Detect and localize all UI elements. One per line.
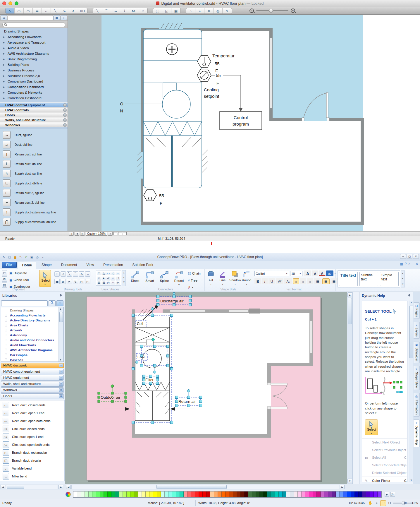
zoom-area-icon[interactable]: ⌕: [374, 500, 380, 506]
expand-icon[interactable]: +: [5, 329, 7, 331]
library-tab[interactable]: Doors✕: [0, 112, 68, 117]
drawing-tool-button[interactable]: ∿: [79, 271, 84, 277]
color-swatch[interactable]: [351, 491, 355, 497]
library-tab[interactable]: HVAC control equipment✕: [1, 369, 64, 374]
library-list-item[interactable]: ▶Aerospace and Transport: [0, 40, 68, 45]
color-swatch[interactable]: [279, 491, 283, 497]
color-swatch[interactable]: [149, 491, 153, 497]
fit-page-icon[interactable]: ⛶: [380, 500, 386, 506]
close-icon[interactable]: ✕: [59, 382, 63, 386]
color-swatch[interactable]: [302, 491, 305, 497]
color-swatch[interactable]: [309, 491, 313, 497]
color-swatch[interactable]: [210, 491, 214, 497]
color-swatch[interactable]: [180, 491, 184, 497]
ribbon-tab[interactable]: Document: [57, 262, 81, 269]
shape-list-item[interactable]: ▭ Rect. duct, closed ends: [0, 401, 64, 409]
shape-list-item[interactable]: | Return duct, sgl line: [0, 149, 68, 159]
next-page-icon[interactable]: ▶: [80, 232, 85, 236]
pin-icon[interactable]: [408, 294, 411, 298]
color-swatch[interactable]: [142, 491, 146, 497]
color-swatch[interactable]: [248, 491, 252, 497]
tool-button[interactable]: ⋔: [69, 8, 78, 14]
tool-button[interactable]: ≣: [33, 8, 42, 14]
color-swatch[interactable]: [195, 491, 199, 497]
color-swatch[interactable]: [100, 491, 104, 497]
align-middle-center-button[interactable]: ☰: [322, 278, 330, 284]
select-button[interactable]: Select▼: [365, 419, 378, 435]
tree-scrollbar[interactable]: ▲ ▼: [58, 307, 63, 362]
scroll-down-icon[interactable]: ▼: [347, 479, 352, 483]
clipboard-mini-button[interactable]: ✂: [2, 270, 7, 275]
tool-button[interactable]: ▭: [15, 8, 24, 14]
restore-button[interactable]: ▢: [407, 254, 412, 259]
color-swatch[interactable]: [85, 491, 89, 497]
line-tool-button[interactable]: ╲: [93, 8, 102, 14]
zoom-slider-thumb[interactable]: [269, 9, 273, 13]
scroll-up-icon[interactable]: ▲: [347, 292, 352, 297]
library-list-item[interactable]: ▶Building Plans: [0, 62, 68, 68]
shape-list-item[interactable]: ‖ Return duct, dbl line: [0, 159, 68, 169]
color-swatch[interactable]: [256, 491, 260, 497]
tree-item[interactable]: +Audit Flowcharts: [1, 343, 63, 348]
side-panel-tab[interactable]: ❏Pages: [414, 302, 420, 319]
expand-icon[interactable]: +: [5, 349, 7, 351]
close-icon[interactable]: ✕: [63, 123, 67, 127]
mac-canvas[interactable]: Temperatur 55 F 55 F Cooling setpoint Co…: [68, 15, 420, 231]
zoom-in-icon[interactable]: +: [291, 8, 295, 13]
color-swatch[interactable]: [176, 491, 180, 497]
view-tool-button[interactable]: ⌕: [195, 8, 204, 14]
color-swatch[interactable]: [241, 491, 245, 497]
palette-icon[interactable]: [66, 492, 71, 497]
disclosure-icon[interactable]: ▶: [3, 40, 5, 45]
close-document-icon[interactable]: ✕: [416, 262, 418, 266]
expand-icon[interactable]: +: [5, 314, 7, 316]
align-top-left-button[interactable]: ≡: [293, 278, 299, 284]
line-tool-button[interactable]: ⌇: [120, 8, 129, 14]
color-swatch[interactable]: [108, 491, 111, 497]
drawing-tool-button[interactable]: ○: [61, 271, 66, 277]
basic-shape-button[interactable]: ▭: [106, 271, 111, 275]
pan-hand-icon[interactable]: ✋: [367, 500, 373, 506]
color-swatch[interactable]: [252, 491, 256, 497]
no-color-icon[interactable]: ⃠: [390, 492, 395, 497]
align-top-center-button[interactable]: ≡: [300, 278, 306, 284]
pause-icon[interactable]: ||: [69, 232, 74, 236]
color-swatch[interactable]: [336, 491, 340, 497]
library-list-item[interactable]: ▶Audio & Video: [0, 45, 68, 51]
minimize-button[interactable]: –: [400, 254, 406, 259]
color-swatch[interactable]: [172, 491, 176, 497]
shape-list-item[interactable]: ↳ Supply duct, sgl line: [0, 169, 68, 178]
view-tool-button[interactable]: ✎: [223, 8, 232, 14]
expand-icon[interactable]: +: [5, 344, 7, 346]
tool-button[interactable]: ⌐: [42, 8, 51, 14]
shape-list-item[interactable]: ⬭ Circ. duct, closed ends: [0, 425, 64, 433]
home-icon[interactable]: ⌂: [408, 262, 410, 266]
color-swatch[interactable]: [168, 491, 172, 497]
expand-icon[interactable]: +: [5, 319, 7, 321]
shape-list-item[interactable]: ∟ Miter bend: [0, 472, 64, 480]
side-panel-tab[interactable]: ?Dynamic Help: [414, 419, 420, 447]
grow-font-button[interactable]: A: [304, 270, 311, 276]
drawing-tool-button[interactable]: ⌒: [73, 271, 78, 277]
tree-item[interactable]: +Baseball: [1, 358, 63, 362]
color-swatch[interactable]: [313, 491, 317, 497]
line-tool-button[interactable]: ⋈: [129, 8, 138, 14]
shape-list-item[interactable]: ∟ Return duct 2, sgl line: [0, 188, 68, 198]
color-swatch[interactable]: [286, 491, 290, 497]
library-list-item[interactable]: ▶Business Process 2,0: [0, 73, 68, 79]
select-menu-item[interactable]: Select Next Object: [362, 439, 407, 446]
simple-text-style[interactable]: Simple text: [380, 272, 399, 286]
zoom-out-icon[interactable]: ⊖: [387, 500, 393, 506]
color-swatch[interactable]: [191, 491, 195, 497]
ribbon-tab[interactable]: View: [82, 262, 98, 269]
library-tab[interactable]: HVAC control equipment✕: [0, 102, 68, 107]
panel-scroll-left-icon[interactable]: ◀: [1, 485, 5, 489]
basic-shape-button[interactable]: ◎: [106, 280, 111, 285]
basic-shape-button[interactable]: ⊞: [101, 280, 106, 285]
ribbon-tab[interactable]: Home: [18, 262, 36, 269]
basic-shape-button[interactable]: ▲: [101, 276, 106, 280]
library-tab[interactable]: Windows✕: [1, 387, 64, 393]
palette-scroll-icon[interactable]: ▶: [385, 492, 389, 497]
expand-icon[interactable]: +: [5, 324, 7, 326]
shape-list-item[interactable]: ∟ Supply duct, dbl line: [0, 178, 68, 188]
